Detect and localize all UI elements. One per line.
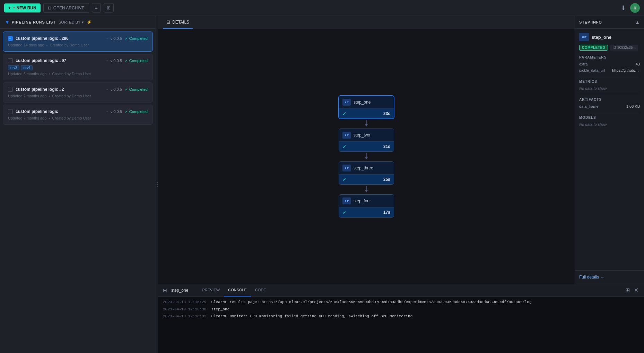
dot-separator: • — [46, 43, 48, 47]
svg-rect-8 — [347, 134, 349, 135]
id-value: 30832c35... — [617, 46, 635, 50]
run-checkbox[interactable] — [8, 109, 13, 114]
console-tab-label: CONSOLE — [228, 288, 247, 292]
status-badge: COMPLETED — [579, 45, 608, 51]
svg-point-19 — [345, 200, 346, 202]
sidebar-header: ▼ PIPELINE RUNS LIST SORTED BY ▾ ⚡ — [0, 16, 156, 29]
updated-text: Updated 7 months ago — [8, 116, 46, 120]
console-header: ⊟ step_one PREVIEW CONSOLE CODE ⊞ ✕ — [158, 284, 644, 297]
run-checkbox[interactable] — [8, 58, 13, 63]
param-row: pickle_data_url https://github.co... — [579, 68, 640, 72]
run-version: v 0.0.5 — [111, 87, 122, 91]
log-timestamp: 2023-04-18 12:16:30 — [163, 307, 206, 312]
svg-rect-6 — [344, 133, 349, 138]
tab-code[interactable]: CODE — [251, 284, 270, 297]
pipeline-node-step-four[interactable]: step_four ✓ 17s — [339, 194, 394, 218]
svg-point-1 — [345, 102, 346, 103]
id-badge: ID 30832c35... — [610, 45, 638, 51]
svg-rect-12 — [344, 166, 349, 170]
run-checkbox[interactable]: ✓ — [8, 36, 13, 41]
id-label: ID — [612, 46, 616, 50]
new-run-label: + NEW RUN — [13, 6, 36, 10]
node-header: step_one — [339, 96, 394, 109]
run-meta: Updated 7 months ago • Created by Demo U… — [8, 94, 148, 98]
updated-text: Updated 6 months ago — [8, 72, 46, 76]
collapse-icon[interactable]: ▲ — [635, 19, 640, 25]
updated-text: Updated 7 months ago — [8, 94, 46, 98]
step-info-panel: STEP INFO ▲ step_one — [575, 16, 644, 284]
filter-icon[interactable]: ⚡ — [87, 20, 92, 25]
node-body: ✓ 31s — [339, 142, 394, 151]
dot-separator: • — [49, 94, 50, 98]
step-info-badges: COMPLETED ID 30832c35... — [579, 45, 640, 51]
run-name: custom pipeline logic — [16, 109, 104, 114]
tab-details[interactable]: ⊟ DETAILS — [163, 16, 193, 29]
node-body: ✓ 23s — [339, 109, 394, 118]
sidebar-toggle-icon[interactable]: ▼ — [5, 19, 10, 25]
download-icon[interactable]: ⬇ — [621, 4, 626, 12]
check-icon: ✓ — [125, 109, 128, 114]
step-info-step-icon — [579, 33, 589, 41]
dot-sep: • — [106, 110, 108, 114]
log-timestamp: 2023-04-18 12:16:33 — [163, 314, 206, 319]
node-time: 17s — [383, 210, 390, 215]
run-status: ✓ Completed — [125, 87, 148, 92]
pipeline-node-step-two[interactable]: step_two ✓ 31s — [339, 129, 394, 152]
run-status: ✓ Completed — [125, 36, 148, 41]
node-header: step_four — [339, 195, 394, 208]
run-item[interactable]: custom pipeline logic #97 • v 0.0.5 ✓ Co… — [3, 54, 153, 80]
log-message: step_one — [211, 307, 229, 312]
tag-rev3[interactable]: rev3 — [8, 65, 19, 70]
new-run-button[interactable]: + + NEW RUN — [4, 3, 41, 12]
grid-view-button[interactable]: ⊞ — [104, 3, 114, 12]
run-item[interactable]: custom pipeline logic • v 0.0.5 ✓ Comple… — [3, 105, 153, 125]
node-check-icon: ✓ — [342, 144, 347, 149]
param-val: 43 — [636, 62, 640, 66]
pipeline-node-step-three[interactable]: step_three ✓ 25s — [339, 161, 394, 185]
step-icon — [342, 197, 351, 204]
run-tags: rev3 rev4 — [8, 65, 148, 70]
console-panel: ⊟ step_one PREVIEW CONSOLE CODE ⊞ ✕ — [158, 284, 644, 353]
node-name: step_two — [354, 133, 370, 138]
plus-icon: + — [8, 6, 11, 10]
check-icon: ✓ — [125, 59, 128, 63]
svg-rect-3 — [347, 103, 348, 103]
open-archive-button[interactable]: ⊟ OPEN ARCHIVE — [43, 3, 89, 13]
tab-console[interactable]: CONSOLE — [224, 284, 251, 297]
avatar[interactable]: D — [630, 3, 640, 13]
param-row: extra 43 — [579, 62, 640, 66]
toolbar-right: ⬇ D — [621, 3, 640, 13]
svg-rect-18 — [344, 198, 349, 203]
param-val: https://github.co... — [612, 68, 640, 72]
list-view-button[interactable]: ≡ — [92, 3, 101, 12]
step-info-content: step_one COMPLETED ID 30832c35... PARAME… — [575, 29, 644, 131]
chevron-down-icon: ▾ — [82, 20, 84, 25]
step-info-name-row: step_one — [579, 33, 640, 41]
run-item[interactable]: custom pipeline logic #2 • v 0.0.5 ✓ Com… — [3, 82, 153, 103]
node-name: step_three — [354, 166, 373, 170]
sorted-by-control[interactable]: SORTED BY ▾ — [59, 20, 84, 25]
tag-rev4[interactable]: rev4 — [21, 65, 32, 70]
run-name: custom pipeline logic #286 — [16, 36, 104, 41]
tab-preview[interactable]: PREVIEW — [198, 284, 224, 297]
expand-console-button[interactable]: ⊞ — [625, 286, 630, 294]
pipeline-canvas: ⊟ DETAILS — [158, 16, 575, 284]
close-console-button[interactable]: ✕ — [633, 286, 639, 294]
node-name: step_one — [354, 100, 371, 105]
full-details-link[interactable]: Full details → — [575, 270, 644, 284]
run-checkbox[interactable] — [8, 87, 13, 92]
dot-separator: • — [49, 72, 50, 76]
node-time: 25s — [383, 177, 390, 182]
toolbar: + + NEW RUN ⊟ OPEN ARCHIVE ≡ ⊞ ⬇ D — [0, 0, 644, 16]
svg-marker-11 — [365, 157, 368, 159]
pipeline-node-step-one[interactable]: step_one ✓ 23s — [339, 96, 394, 119]
run-name: custom pipeline logic #2 — [16, 87, 104, 92]
metrics-section-label: METRICS — [579, 80, 640, 83]
grid-view-icon: ⊞ — [107, 5, 111, 10]
dot-sep: • — [106, 59, 108, 63]
details-tab-bar: ⊟ DETAILS — [158, 16, 575, 29]
run-item[interactable]: ✓ custom pipeline logic #286 • v 0.0.5 ✓… — [3, 32, 153, 52]
step-info-header: STEP INFO ▲ — [575, 16, 644, 29]
log-message: ClearML results page: https://app.clear.… — [211, 299, 531, 305]
node-name: step_four — [354, 198, 371, 203]
